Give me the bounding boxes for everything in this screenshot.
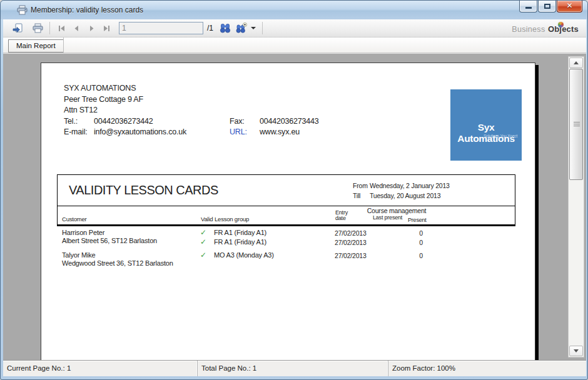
lesson-row: ✓ MO A3 (Monday A3) 27/02/2013 0 [200,251,500,261]
present-count: 0 [416,239,426,246]
lesson-row: ✓ FR A1 (Friday A1) 27/02/2013 0 [200,238,500,248]
customer-cell: Talyor Mike Wedgwood Street 36, ST12 Bar… [62,251,198,268]
till-value: Tuesday, 20 August 2013 [370,192,440,199]
till-label: Till [353,191,370,201]
export-icon [13,23,23,34]
valid-check-icon: ✓ [200,251,206,259]
scroll-down-icon [574,349,579,352]
present-count: 0 [416,252,426,259]
document-title: VALIDITY LESSON CARDS [69,183,218,198]
report-page: SYX AUTOMATIONS Peer Tree Cottage 9 AF A… [41,62,535,360]
report-table-body: Harrison Peter Albert Street 56, ST12 Ba… [62,229,500,272]
zoom-button[interactable] [233,21,250,36]
company-street: Peer Tree Cottage 9 AF [64,94,319,106]
zoom-dropdown-caret[interactable] [251,27,256,29]
entry-date: 27/02/2013 [335,239,367,246]
date-from-row: FromWednesday, 2 January 2013 [353,181,450,191]
page-number-input[interactable] [119,22,203,34]
close-icon: ✕ [557,1,582,10]
lesson-group: FR A1 (Friday A1) [214,238,266,246]
print-icon [33,23,43,33]
company-address-block: SYX AUTOMATIONS Peer Tree Cottage 9 AF A… [64,83,319,138]
scroll-down-button[interactable] [569,346,583,356]
report-title-box: VALIDITY LESSON CARDS FromWednesday, 2 J… [57,174,515,226]
url-value: www.syx.eu [260,128,300,136]
header-last-present: Last present [373,214,402,221]
lessons: ✓ FR A1 (Friday A1) 27/02/2013 0 ✓ FR A1… [200,229,500,248]
brand-word-business: Business [512,25,545,34]
first-page-button[interactable] [54,21,69,35]
find-button[interactable] [217,21,233,36]
tab-strip: Main Report [3,38,586,53]
lesson-group: MO A3 (Monday A3) [214,251,274,259]
zoom-binoculars-icon [236,22,247,34]
business-objects-logo: Business Objects [512,23,579,36]
business-objects-sphere-icon [558,22,564,28]
report-title-row: VALIDITY LESSON CARDS FromWednesday, 2 J… [58,175,515,206]
next-page-button[interactable] [84,21,99,35]
window-controls: ✕ [519,1,582,12]
header-customer: Customer [62,216,87,222]
email-label: E-mail: [64,127,94,138]
customer-group: Harrison Peter Albert Street 56, ST12 Ba… [62,229,500,248]
header-lesson-group: Lesson group [215,216,249,222]
scroll-thumb-grip-icon [574,122,580,127]
valid-check-icon: ✓ [200,228,206,237]
previous-page-button[interactable] [69,21,84,35]
customer-name: Talyor Mike [62,251,198,259]
tel-label: Tel.: [64,116,94,128]
status-bar: Current Page No.: 1 Total Page No.: 1 Zo… [3,360,586,376]
maximize-icon [544,4,550,9]
page-total-label: /1 [207,24,213,32]
report-viewer-window: Membership: validity lesson cards ✕ [0,0,588,380]
lesson-group: FR A1 (Friday A1) [214,229,266,236]
date-till-row: TillTuesday, 20 August 2013 [353,191,450,201]
scroll-up-icon [574,61,579,64]
syx-logo-name: Syx Automations [450,122,522,144]
from-label: From [353,181,370,191]
previous-page-icon [73,24,81,32]
tab-strip-divider [63,38,64,53]
minimize-icon [525,7,532,9]
table-header-row: Customer Valid Lesson group Entry date C… [58,206,515,226]
header-course-management: Course management [355,207,438,214]
customer-address: Wedgwood Street 36, ST12 Barlaston [62,259,198,268]
scroll-up-button[interactable] [569,58,583,68]
from-value: Wednesday, 2 January 2013 [370,182,450,189]
last-page-button[interactable] [99,21,114,35]
customer-group: Talyor Mike Wedgwood Street 36, ST12 Bar… [62,251,500,269]
entry-date: 27/02/2013 [335,229,367,237]
company-attn: Attn ST12 [64,105,319,116]
company-name: SYX AUTOMATIONS [64,83,319,94]
maximize-button[interactable] [538,1,556,12]
fax-label: Fax: [230,116,260,128]
lessons: ✓ MO A3 (Monday A3) 27/02/2013 0 [200,251,500,261]
header-entry-line2: date [335,215,346,221]
toolbar: /1 [3,19,586,38]
tab-main-report[interactable]: Main Report [8,39,64,52]
print-button[interactable] [29,21,46,36]
syx-logo: Syx Automations Solutions You Xpect [450,89,522,161]
window-title: Membership: validity lesson cards [31,6,143,14]
status-zoom-factor: Zoom Factor: 100% [388,361,586,376]
report-canvas: SYX AUTOMATIONS Peer Tree Cottage 9 AF A… [3,53,586,360]
minimize-button[interactable] [519,1,537,12]
export-button[interactable] [9,21,26,36]
title-bar[interactable]: Membership: validity lesson cards ✕ [1,1,587,19]
url-label: URL: [230,127,260,138]
vertical-scrollbar[interactable] [568,56,584,358]
customer-cell: Harrison Peter Albert Street 56, ST12 Ba… [62,229,198,245]
status-total-page: Total Page No.: 1 [198,361,388,376]
scroll-thumb[interactable] [569,69,583,180]
customer-address: Albert Street 56, ST12 Barlaston [62,237,198,245]
syx-logo-tagline: Solutions You Xpect [484,134,517,138]
header-valid: Valid [201,216,213,222]
header-present: Present [408,217,427,223]
email-value: info@syxautomations.co.uk [94,127,230,138]
close-button[interactable]: ✕ [557,1,582,12]
valid-check-icon: ✓ [200,238,206,246]
toolbar-separator-2 [262,22,263,34]
next-page-icon [88,24,96,32]
printer-titlebar-icon [17,5,28,15]
company-email-row: E-mail:info@syxautomations.co.ukURL:www.… [64,127,319,138]
